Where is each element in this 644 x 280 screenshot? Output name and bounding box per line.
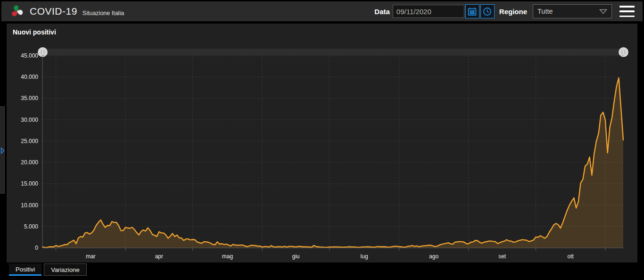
svg-text:mag: mag [222,253,233,260]
svg-text:25.000: 25.000 [21,138,38,144]
svg-text:ott: ott [568,253,574,260]
bottom-tabs: Positivi Variazione [9,263,89,276]
chevron-down-icon [599,9,607,14]
app-subtitle: Situazione Italia [83,10,124,17]
app-header: COVID-19 Situazione Italia Data [1,1,643,21]
calendar-icon [468,7,477,16]
nuovi-positivi-area-chart[interactable]: 05.00010.00015.00020.00025.00030.00035.0… [7,24,637,263]
date-label: Data [374,8,390,16]
svg-text:20.000: 20.000 [21,159,38,166]
svg-text:5.000: 5.000 [24,223,38,230]
chart-panel: Nuovi positivi 05.00010.00015.00020.0002… [7,24,637,263]
date-input[interactable] [393,5,464,18]
svg-text:giu: giu [292,253,300,260]
hamburger-menu-button[interactable] [619,5,635,17]
collapsed-side-panel [0,106,5,194]
svg-text:10.000: 10.000 [21,202,38,209]
svg-text:apr: apr [155,253,163,260]
tab-variazione[interactable]: Variazione [44,263,86,276]
region-select-value: Tutte [537,8,553,15]
tab-positivi[interactable]: Positivi [9,263,41,276]
svg-text:30.000: 30.000 [21,117,38,123]
svg-text:set: set [498,253,506,260]
svg-text:lug: lug [361,253,368,260]
svg-text:35.000: 35.000 [21,95,38,102]
region-label: Regione [499,8,527,16]
clock-button[interactable] [480,4,495,18]
svg-text:mar: mar [86,253,96,260]
calendar-button[interactable] [465,4,479,18]
svg-text:15.000: 15.000 [21,180,38,187]
region-select[interactable]: Tutte [533,4,612,18]
clock-icon [483,7,492,16]
svg-text:40.000: 40.000 [21,74,38,80]
hamburger-menu-icon [619,6,635,8]
app-title: COVID-19 [30,6,77,17]
svg-text:ago: ago [429,253,438,260]
svg-text:45.000: 45.000 [21,52,38,59]
italy-triskelion-logo [10,4,24,18]
svg-text:0: 0 [35,245,38,251]
chevron-right-icon [0,147,5,154]
expand-panel-button[interactable] [0,147,5,155]
